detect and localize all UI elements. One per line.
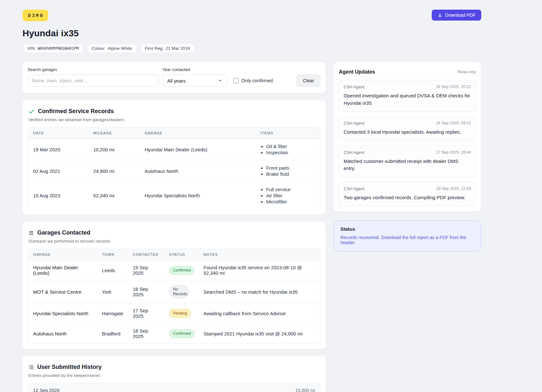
table-row: 02 Aug 2021 24,900 mi Autohaus North Fro… bbox=[28, 160, 320, 182]
col-garage: GARAGE bbox=[28, 249, 97, 260]
download-icon bbox=[438, 13, 442, 18]
search-label: Search garages bbox=[28, 67, 158, 72]
garages-contacted-table: GARAGE TOWN CONTACTED STATUS NOTES Hyund… bbox=[28, 249, 320, 343]
agent-name: CSH Agent bbox=[344, 186, 364, 191]
year-select[interactable]: All years bbox=[162, 75, 227, 87]
list-icon bbox=[28, 364, 34, 370]
cell-contacted: 15 Sep 2025 bbox=[128, 260, 164, 281]
cell-mileage: 24,900 mi bbox=[88, 160, 140, 182]
cell-date: 19 Mar 2020 bbox=[28, 139, 88, 160]
confirmed-records-subtitle: Verified entries we obtained from garage… bbox=[28, 117, 321, 122]
cell-garage: MOT & Service Centre bbox=[28, 281, 97, 303]
check-icon bbox=[28, 108, 35, 115]
status-panel: Status Records recovered. Download the f… bbox=[334, 220, 481, 252]
agent-name: CSH Agent bbox=[344, 150, 364, 155]
table-row: 10 Aug 2023 52,340 mi Hyundai Specialist… bbox=[28, 182, 320, 209]
service-item: Front pads bbox=[266, 165, 315, 171]
user-history-card: User Submitted History Entries provided … bbox=[23, 356, 326, 392]
search-input[interactable] bbox=[28, 75, 158, 87]
status-badge: Confirmed bbox=[169, 329, 194, 338]
chevron-down-icon bbox=[218, 78, 222, 83]
col-mileage: MILEAGE bbox=[88, 128, 140, 139]
update-message: Opened investigation and queued DVSA & O… bbox=[344, 92, 471, 107]
update-timestamp: 17 Sep 2025, 16:44 bbox=[436, 150, 471, 155]
agent-updates-card: Agent Updates Read-only CSH Agent 15 Sep… bbox=[334, 62, 481, 211]
cell-contacted: 16 Sep 2025 bbox=[128, 281, 164, 303]
garages-contacted-subtitle: Outreach we performed to recover records… bbox=[28, 239, 321, 244]
col-date: DATE bbox=[28, 128, 88, 139]
colour-chip-label: Colour: bbox=[92, 46, 106, 51]
col-items: ITEMS bbox=[255, 128, 320, 139]
only-confirmed-group: Only confirmed bbox=[233, 75, 273, 87]
cell-contacted: 17 Sep 2025 bbox=[128, 303, 164, 324]
only-confirmed-checkbox[interactable] bbox=[233, 78, 239, 83]
only-confirmed-label[interactable]: Only confirmed bbox=[241, 78, 273, 83]
service-item: Oil & filter bbox=[266, 143, 315, 149]
status-message: Records recovered. Download the full rep… bbox=[340, 235, 474, 245]
colour-chip-value: Alpine White bbox=[108, 46, 132, 51]
cell-garage: Hyundai Main Dealer (Leeds) bbox=[140, 139, 255, 160]
first-reg-chip: First Reg: 21 Mar 2019 bbox=[140, 44, 195, 53]
sidebar: Agent Updates Read-only CSH Agent 15 Sep… bbox=[334, 62, 481, 252]
cell-date: 10 Aug 2023 bbox=[28, 182, 88, 209]
service-item: Brake fluid bbox=[266, 171, 315, 177]
entry-mileage: 15,800 mi bbox=[295, 388, 315, 392]
colour-chip: Colour: Alpine White bbox=[87, 44, 137, 53]
status-badge: Pending bbox=[169, 309, 191, 318]
service-item: Microfilter bbox=[266, 199, 315, 205]
cell-town: York bbox=[97, 281, 128, 303]
user-history-subtitle: Entries provided by the keeper/owner. bbox=[28, 373, 321, 378]
confirmed-records-title: Confirmed Service Records bbox=[38, 108, 114, 115]
cell-town: Leeds bbox=[97, 260, 128, 281]
update-message: Two garages confirmed records. Compiling… bbox=[344, 194, 471, 201]
agent-name: CSH Agent bbox=[344, 85, 364, 89]
download-pdf-button[interactable]: Download PDF bbox=[432, 10, 481, 21]
cell-garage: Hyundai Main Dealer (Leeds) bbox=[28, 260, 97, 281]
service-item: Air filter bbox=[266, 192, 315, 199]
update-message: Matched customer-submitted receipt with … bbox=[344, 158, 471, 172]
cell-garage: Hyundai Specialists North bbox=[28, 303, 97, 324]
cell-notes: Stamped 2021 Hyundai ix35 visit @ 24,900… bbox=[198, 324, 320, 344]
confirmed-records-table: DATE MILEAGE GARAGE ITEMS 19 Mar 2020 10… bbox=[28, 128, 320, 209]
agent-update-item: CSH Agent 16 Sep 2025, 09:02 Contacted 3… bbox=[338, 116, 476, 141]
service-items-list: Oil & filter Inspection bbox=[260, 143, 315, 156]
first-reg-chip-label: First Reg: bbox=[145, 46, 164, 51]
update-timestamp: 15 Sep 2025, 10:12 bbox=[436, 85, 471, 89]
col-garage: GARAGE bbox=[140, 128, 255, 139]
col-notes: NOTES bbox=[198, 249, 320, 260]
agent-update-item: CSH Agent 15 Sep 2025, 10:12 Opened inve… bbox=[338, 80, 476, 112]
cell-town: Harrogate bbox=[97, 303, 128, 324]
cell-mileage: 52,340 mi bbox=[88, 182, 140, 209]
cell-notes: Awaiting callback from Service Advisor bbox=[198, 303, 320, 324]
cell-garage: Autohaus North bbox=[140, 160, 255, 182]
table-row: Hyundai Specialists North Harrogate 17 S… bbox=[28, 303, 320, 324]
agent-updates-title: Agent Updates bbox=[339, 69, 375, 75]
col-town: TOWN bbox=[97, 249, 128, 260]
entry-date: 12 Sep 2020 bbox=[33, 388, 59, 392]
year-label: Year contacted bbox=[162, 67, 227, 72]
header: D3M0 Download PDF bbox=[23, 10, 542, 21]
service-items-list: Front pads Brake fluid bbox=[260, 165, 315, 177]
page: D3M0 Download PDF Hyundai ix35 VIN: W0X0… bbox=[0, 0, 542, 392]
table-row: Autohaus North Bradford 18 Sep 2025 Conf… bbox=[28, 324, 320, 344]
cell-mileage: 10,200 mi bbox=[88, 139, 140, 160]
agent-update-item: CSH Agent 17 Sep 2025, 16:44 Matched cus… bbox=[338, 146, 476, 177]
garages-contacted-title: Garages Contacted bbox=[37, 229, 90, 236]
col-contacted: CONTACTED bbox=[128, 249, 164, 260]
vin-chip-label: VIN: bbox=[27, 46, 36, 51]
vehicle-chips: VIN: W0X0VKMYMA5BH02PM Colour: Alpine Wh… bbox=[23, 44, 542, 53]
vin-chip-value: W0X0VKMYMA5BH02PM bbox=[38, 46, 79, 51]
readonly-label: Read-only bbox=[457, 70, 476, 74]
col-status: STATUS bbox=[164, 249, 198, 260]
clear-filters-button[interactable]: Clear bbox=[296, 75, 321, 87]
page-title: Hyundai ix35 bbox=[23, 28, 542, 39]
status-badge: Confirmed bbox=[169, 266, 194, 275]
service-item: Full service bbox=[266, 186, 315, 192]
menu-lines-icon bbox=[28, 230, 34, 236]
table-header-row: GARAGE TOWN CONTACTED STATUS NOTES bbox=[28, 249, 320, 260]
cell-notes: Found Hyundai ix35 service on 2023-08-10… bbox=[198, 260, 320, 281]
cell-town: Bradford bbox=[97, 324, 128, 344]
user-history-entry: 12 Sep 2020 15,800 mi Oil & filter at ho… bbox=[28, 383, 321, 392]
main-column: Search garages Year contacted All years … bbox=[23, 62, 326, 392]
update-message: Contacted 3 local Hyundai specialists. A… bbox=[344, 129, 471, 136]
